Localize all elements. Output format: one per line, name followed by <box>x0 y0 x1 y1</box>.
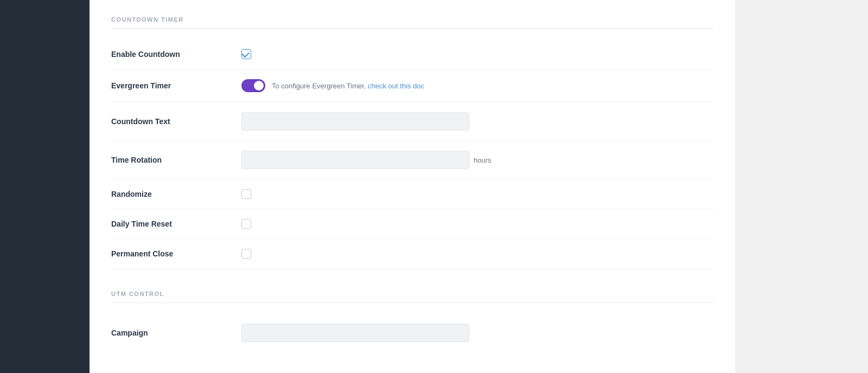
countdown-timer-section-title: COUNTDOWN TIMER <box>111 16 713 29</box>
evergreen-timer-row: Evergreen Timer To configure Evergreen T… <box>111 69 713 102</box>
utm-control-section: UTM CONTROL Campaign <box>111 291 713 352</box>
toggle-knob <box>254 81 264 91</box>
enable-countdown-label: Enable Countdown <box>111 50 241 59</box>
countdown-text-row: Countdown Text <box>111 102 713 141</box>
toggle-track <box>241 79 265 92</box>
section-gap <box>111 269 713 285</box>
randomize-checkbox[interactable] <box>241 189 251 199</box>
randomize-label: Randomize <box>111 190 241 198</box>
enable-countdown-checkbox[interactable] <box>241 49 251 59</box>
daily-time-reset-label: Daily Time Reset <box>111 220 241 228</box>
countdown-text-control <box>241 112 713 131</box>
permanent-close-row: Permanent Close <box>111 239 713 269</box>
enable-countdown-control <box>241 49 713 59</box>
permanent-close-label: Permanent Close <box>111 249 241 258</box>
utm-control-section-title: UTM CONTROL <box>111 291 713 303</box>
countdown-text-label: Countdown Text <box>111 117 241 126</box>
time-rotation-row: Time Rotation hours <box>111 141 713 179</box>
evergreen-timer-control: To configure Evergreen Timer, check out … <box>241 79 713 92</box>
time-rotation-control: hours <box>241 151 713 169</box>
permanent-close-control <box>241 249 713 259</box>
right-panel <box>735 0 868 373</box>
countdown-text-input[interactable] <box>241 112 469 131</box>
daily-time-reset-checkbox[interactable] <box>241 219 251 229</box>
campaign-input[interactable] <box>241 324 469 342</box>
evergreen-timer-hint: To configure Evergreen Timer, check out … <box>272 82 424 90</box>
enable-countdown-row: Enable Countdown <box>111 40 713 69</box>
time-rotation-suffix: hours <box>474 156 492 164</box>
evergreen-timer-doc-link[interactable]: check out this doc <box>368 82 424 90</box>
randomize-control <box>241 189 713 199</box>
permanent-close-checkbox[interactable] <box>241 249 251 259</box>
randomize-row: Randomize <box>111 179 713 209</box>
evergreen-timer-label: Evergreen Timer <box>111 81 241 90</box>
main-content: COUNTDOWN TIMER Enable Countdown Evergre… <box>90 0 735 373</box>
daily-time-reset-control <box>241 219 713 229</box>
time-rotation-label: Time Rotation <box>111 156 241 164</box>
daily-time-reset-row: Daily Time Reset <box>111 209 713 239</box>
time-rotation-input[interactable] <box>241 151 469 169</box>
campaign-label: Campaign <box>111 329 241 337</box>
sidebar <box>0 0 90 373</box>
campaign-control <box>241 324 713 342</box>
campaign-row: Campaign <box>111 314 713 352</box>
evergreen-timer-toggle[interactable] <box>241 79 265 92</box>
